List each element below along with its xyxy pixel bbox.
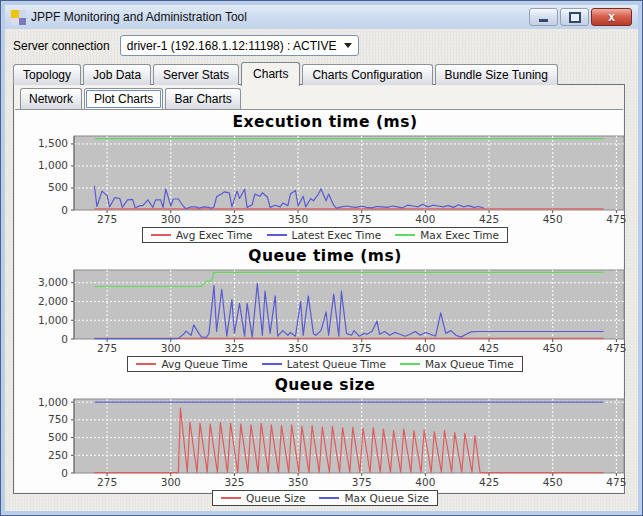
svg-text:325: 325 xyxy=(224,213,244,225)
svg-text:1,000: 1,000 xyxy=(38,314,68,326)
legend-label: Avg Exec Time xyxy=(176,229,253,241)
svg-text:350: 350 xyxy=(288,213,308,225)
svg-text:300: 300 xyxy=(161,476,181,488)
svg-text:250: 250 xyxy=(48,449,68,461)
window-frame: JPPF Monitoring and Administration Tool … xyxy=(2,2,641,514)
legend-line-swatch xyxy=(319,497,339,499)
tab-job-data[interactable]: Job Data xyxy=(83,64,151,85)
svg-text:2,000: 2,000 xyxy=(38,295,68,307)
legend-item: Latest Exec Time xyxy=(267,229,382,241)
queue-time-plot: 27530032535037540042545047501,0002,0003,… xyxy=(19,266,631,356)
svg-text:350: 350 xyxy=(288,476,308,488)
svg-text:0: 0 xyxy=(61,333,68,345)
legend-item: Avg Queue Time xyxy=(136,358,247,370)
server-connection-row: Server connection driver-1 (192.168.1.12… xyxy=(5,29,638,60)
legend-item: Queue Size xyxy=(221,492,305,504)
svg-text:300: 300 xyxy=(161,213,181,225)
svg-text:450: 450 xyxy=(543,476,563,488)
svg-text:300: 300 xyxy=(161,342,181,354)
svg-text:0: 0 xyxy=(61,467,68,479)
svg-text:450: 450 xyxy=(543,213,563,225)
svg-text:1,000: 1,000 xyxy=(38,159,68,171)
legend-line-swatch xyxy=(221,497,241,499)
tab-charts[interactable]: Charts xyxy=(241,62,300,86)
legend-item: Max Exec Time xyxy=(395,229,499,241)
close-button[interactable]: x xyxy=(591,8,632,26)
legend-item: Max Queue Time xyxy=(400,358,514,370)
tab-server-stats[interactable]: Server Stats xyxy=(153,64,239,85)
queue-time-chart: Queue time (ms) 275300325350375400425450… xyxy=(19,246,631,372)
legend-label: Latest Queue Time xyxy=(287,358,386,370)
legend-label: Max Exec Time xyxy=(420,229,499,241)
svg-text:750: 750 xyxy=(48,413,68,425)
svg-text:425: 425 xyxy=(479,342,499,354)
tab-bundle-size-tuning[interactable]: Bundle Size Tuning xyxy=(435,64,558,85)
svg-text:275: 275 xyxy=(97,213,117,225)
legend-item: Avg Exec Time xyxy=(151,229,253,241)
minimize-button[interactable] xyxy=(529,8,558,26)
restore-button[interactable] xyxy=(560,8,589,26)
legend-line-swatch xyxy=(400,363,420,365)
server-connection-label: Server connection xyxy=(13,39,110,53)
main-tab-bar: Topology Job Data Server Stats Charts Ch… xyxy=(5,60,638,85)
app-icon xyxy=(11,10,26,25)
svg-text:350: 350 xyxy=(288,342,308,354)
svg-text:400: 400 xyxy=(415,476,435,488)
legend-line-swatch xyxy=(136,363,156,365)
legend-line-swatch xyxy=(267,234,287,236)
tab-topology[interactable]: Topology xyxy=(13,64,81,85)
svg-text:475: 475 xyxy=(606,213,626,225)
subtab-network[interactable]: Network xyxy=(20,88,82,109)
svg-text:3,000: 3,000 xyxy=(38,276,68,288)
svg-text:1,500: 1,500 xyxy=(38,137,68,149)
queue-size-plot: 27530032535037540042545047502505007501,0… xyxy=(19,395,631,490)
svg-text:425: 425 xyxy=(479,476,499,488)
svg-text:400: 400 xyxy=(415,213,435,225)
queue-time-legend: Avg Queue TimeLatest Queue TimeMax Queue… xyxy=(127,356,522,372)
svg-text:375: 375 xyxy=(352,476,372,488)
legend-item: Latest Queue Time xyxy=(262,358,386,370)
title-bar[interactable]: JPPF Monitoring and Administration Tool … xyxy=(5,5,638,29)
svg-text:425: 425 xyxy=(479,213,499,225)
server-connection-value: driver-1 (192.168.1.12:11198) : ACTIVE xyxy=(127,39,337,53)
svg-text:475: 475 xyxy=(606,342,626,354)
legend-label: Avg Queue Time xyxy=(161,358,247,370)
chart-title-execution-time: Execution time (ms) xyxy=(19,112,631,132)
svg-text:0: 0 xyxy=(61,204,68,216)
svg-text:475: 475 xyxy=(606,476,626,488)
chart-title-queue-size: Queue size xyxy=(19,375,631,395)
legend-line-swatch xyxy=(151,234,171,236)
execution-time-plot: 27530032535037540042545047505001,0001,50… xyxy=(19,132,631,227)
plot-charts-area: Execution time (ms) 27530032535037540042… xyxy=(15,109,623,492)
svg-text:325: 325 xyxy=(224,342,244,354)
subtab-plot-charts[interactable]: Plot Charts xyxy=(84,88,163,110)
legend-label: Max Queue Time xyxy=(425,358,514,370)
svg-text:500: 500 xyxy=(48,431,68,443)
server-connection-dropdown[interactable]: driver-1 (192.168.1.12:11198) : ACTIVE xyxy=(120,35,360,56)
execution-time-chart: Execution time (ms) 27530032535037540042… xyxy=(19,112,631,243)
svg-text:1,000: 1,000 xyxy=(38,396,68,408)
tab-charts-configuration[interactable]: Charts Configuration xyxy=(302,64,432,85)
window-controls: x xyxy=(529,8,632,26)
svg-text:275: 275 xyxy=(97,476,117,488)
legend-label: Max Queue Size xyxy=(344,492,428,504)
subtab-bar-charts[interactable]: Bar Charts xyxy=(165,88,240,109)
window-title: JPPF Monitoring and Administration Tool xyxy=(31,10,529,24)
app-window: JPPF Monitoring and Administration Tool … xyxy=(0,0,643,516)
svg-text:275: 275 xyxy=(97,342,117,354)
svg-text:325: 325 xyxy=(224,476,244,488)
execution-time-legend: Avg Exec TimeLatest Exec TimeMax Exec Ti… xyxy=(142,227,508,243)
legend-label: Queue Size xyxy=(246,492,305,504)
charts-tab-panel: Network Plot Charts Bar Charts Execution… xyxy=(13,84,625,494)
queue-size-chart: Queue size 27530032535037540042545047502… xyxy=(19,375,631,506)
svg-text:500: 500 xyxy=(48,181,68,193)
svg-text:375: 375 xyxy=(352,342,372,354)
legend-line-swatch xyxy=(395,234,415,236)
svg-text:450: 450 xyxy=(543,342,563,354)
legend-item: Max Queue Size xyxy=(319,492,428,504)
svg-text:400: 400 xyxy=(415,342,435,354)
legend-label: Latest Exec Time xyxy=(292,229,382,241)
legend-line-swatch xyxy=(262,363,282,365)
chevron-down-icon xyxy=(344,43,352,48)
chart-title-queue-time: Queue time (ms) xyxy=(19,246,631,266)
